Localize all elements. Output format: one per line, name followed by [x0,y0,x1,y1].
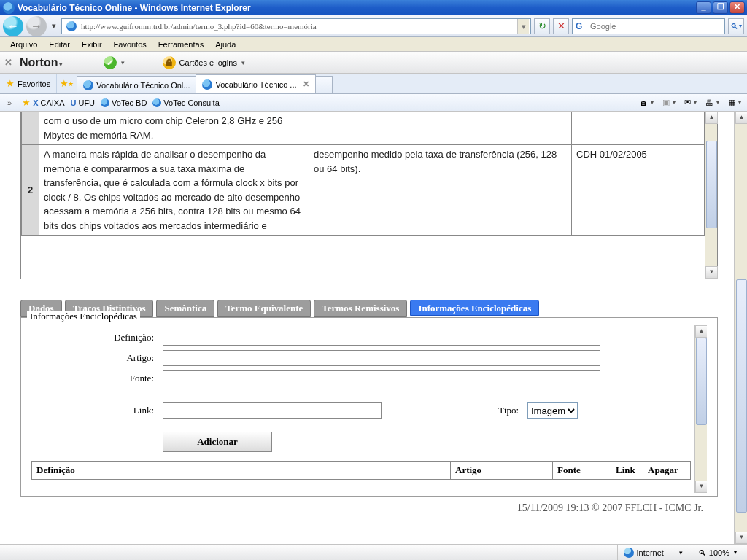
url-input[interactable] [80,21,517,31]
zoom-control[interactable]: 🔍︎ 100% ▾ [692,545,743,560]
protected-mode[interactable]: ▾ [673,545,689,560]
menu-bar: Arquivo Editar Exibir Favoritos Ferramen… [0,37,747,52]
page-button[interactable]: ▦ [725,96,744,109]
scroll-thumb[interactable] [696,338,707,425]
print-icon: 🖶︎ [705,98,713,107]
col-definicao: Definição [32,462,451,479]
tab-icon [202,79,212,90]
favorites-button[interactable]: ★ Favoritos [0,74,57,93]
menu-tools[interactable]: Ferramentas [152,40,209,49]
url-dropdown[interactable]: ▾ [517,19,529,34]
artigo-input[interactable] [163,350,600,366]
quicklink-ufu[interactable]: UUFU [70,98,95,107]
browser-tab-1[interactable]: Vocabulário Técnico Onl... [77,76,196,93]
favorites-add-button[interactable]: ★ ★ [57,78,77,89]
menu-help[interactable]: Ajuda [209,40,241,49]
link-input[interactable] [163,402,382,419]
refresh-button[interactable]: ↻ [534,18,550,34]
close-button[interactable]: ✕ [729,1,745,14]
context-table: com o uso de um micro com chip Celeron 2… [20,112,718,279]
menu-view[interactable]: Exibir [76,40,108,49]
menu-favorites[interactable]: Favoritos [108,40,152,49]
quicklink-caixa[interactable]: ★XCAIXA [22,97,64,108]
address-bar[interactable]: ▾ [61,18,531,34]
tab-icon [83,80,93,90]
chevron-down-icon: ▾ [734,549,737,556]
window-title: Vocabulário Técnico Online - Windows Int… [18,3,251,13]
tab-informacoes-enciclopedicas[interactable]: Informações Enciclopédicas [410,300,539,316]
fonte-input[interactable] [163,370,600,386]
home-button[interactable]: 🏠︎ [637,97,657,109]
row-concept [309,112,572,145]
results-header: Definição Artigo Fonte Link Apagar [31,461,691,480]
scroll-thumb[interactable] [706,141,717,228]
quicklink-votec-bd[interactable]: VoTec BD [101,98,147,107]
norton-safe-button[interactable]: ✓ [99,55,129,71]
definicao-label: Definição: [31,332,163,343]
search-button[interactable]: 🔍︎▾ [728,18,744,34]
mail-button[interactable]: ✉︎ [681,96,700,109]
search-box[interactable]: G [572,18,725,34]
back-button[interactable]: ← [3,16,23,36]
table-row: 2 A maneira mais rápida de analisar o de… [22,145,705,236]
tab-termo-equivalente[interactable]: Termo Equivalente [217,300,311,317]
ie-icon [3,2,15,14]
new-tab-button[interactable] [315,76,333,93]
feeds-button[interactable]: ▣ [659,96,678,109]
scroll-down-icon[interactable]: ▼ [705,266,718,279]
lock-icon: 🔒︎ [163,56,176,69]
definicao-input[interactable] [163,330,600,346]
norton-close-icon[interactable]: ✕ [4,57,12,68]
adicionar-button[interactable]: Adicionar [163,432,272,452]
browser-tab-2[interactable]: Vocabulário Técnico ... ✕ [196,74,315,93]
enciclopedicas-fieldset: Informações Enciclopédicas Definição: Ar… [20,317,718,497]
scroll-up-icon[interactable]: ▲ [695,325,707,338]
form-scrollbar[interactable]: ▲ ▼ [694,325,707,493]
page-icon: ▦ [728,98,735,107]
home-icon: 🏠︎ [640,98,648,107]
scroll-up-icon[interactable]: ▲ [735,112,747,124]
col-link: Link [611,462,643,479]
restore-button[interactable]: ❐ [713,1,728,14]
row-number: 2 [22,145,39,236]
stop-button[interactable]: ✕ [553,18,569,34]
tab-close-icon[interactable]: ✕ [303,79,309,89]
menu-edit[interactable]: Editar [43,40,76,49]
ufu-icon: U [70,98,76,107]
page-footer: 15/11/2009 19:13 © 2007 FFLCH - ICMC Jr. [20,497,724,514]
content-viewport: com o uso de um micro com chip Celeron 2… [0,112,747,544]
col-apagar: Apagar [643,462,690,479]
norton-cards-button[interactable]: 🔒︎Cartões e logins [158,55,249,71]
scroll-up-icon[interactable]: ▲ [705,112,718,124]
forward-button[interactable]: → [26,16,47,36]
tab-label: Vocabulário Técnico Onl... [96,81,190,90]
zoom-value: 100% [709,548,729,557]
minimize-button[interactable]: _ [696,1,711,14]
favorites-label: Favoritos [18,79,50,88]
menu-file[interactable]: Arquivo [4,40,43,49]
scroll-thumb[interactable] [736,279,747,513]
inner-scrollbar[interactable]: ▲ ▼ [705,112,717,279]
quicklink-votec-consulta[interactable]: VoTec Consulta [152,98,219,107]
tab-termos-remissivos[interactable]: Termos Remissivos [314,300,407,317]
search-input[interactable] [589,21,721,31]
nav-history-dropdown[interactable]: ▾ [50,18,58,35]
artigo-label: Artigo: [31,352,163,364]
tab-label: Vocabulário Técnico ... [215,80,296,89]
site-icon [66,21,77,31]
page-scrollbar[interactable]: ▲ ▼ [735,112,747,544]
norton-logo[interactable]: Norton [20,56,63,69]
col-artigo: Artigo [451,462,553,479]
scroll-down-icon[interactable]: ▼ [735,532,747,544]
star-icon: ★ [22,97,31,108]
zone-label: Internet [637,548,664,557]
print-button[interactable]: 🖶︎ [703,97,722,109]
fonte-label: Fonte: [31,373,163,384]
status-zone: Internet [617,545,670,560]
row-concept: desempenho medido pela taxa de transferê… [309,145,572,236]
tipo-select[interactable]: Imagem [527,402,578,419]
check-icon: ✓ [104,56,117,69]
scroll-down-icon[interactable]: ▼ [695,481,707,493]
google-icon: G [576,21,586,31]
tab-semantica[interactable]: Semântica [156,300,214,317]
